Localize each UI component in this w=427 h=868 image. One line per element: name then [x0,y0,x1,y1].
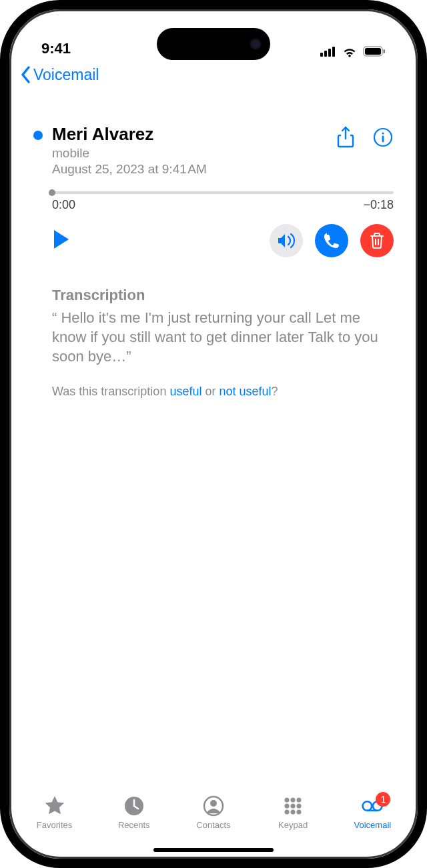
wifi-icon [342,45,358,57]
voicemail-date: August 25, 2023 at 9:41 AM [52,162,335,177]
contact-icon [202,795,225,817]
svg-point-8 [382,132,384,134]
svg-point-22 [363,801,372,811]
feedback-useful-link[interactable]: useful [169,385,201,398]
feedback-not-useful-link[interactable]: not useful [219,385,271,398]
transcription-body: “ Hello it's me I'm just returning your … [52,308,394,366]
tab-recents[interactable]: Recents [104,795,164,830]
share-button[interactable] [335,127,356,148]
dynamic-island [157,28,270,60]
back-button[interactable]: Voicemail [19,65,99,84]
tab-label: Favorites [37,820,72,830]
play-button[interactable] [52,229,71,253]
status-time: 9:41 [41,40,71,57]
transcription-heading: Transcription [52,287,394,304]
tab-voicemail[interactable]: 1 Voicemail [342,795,402,830]
transcription-feedback: Was this transcription useful or not use… [52,385,394,399]
caller-line-label: mobile [52,145,335,162]
svg-point-18 [297,804,302,809]
speaker-button[interactable] [270,224,303,257]
clock-icon [123,795,145,817]
svg-rect-5 [365,48,381,55]
tab-label: Contacts [196,820,230,830]
info-icon [373,127,393,147]
elapsed-time: 0:00 [52,198,75,212]
remaining-time: −0:18 [363,198,394,212]
svg-point-17 [291,804,296,809]
svg-point-21 [297,810,302,815]
svg-point-14 [291,798,296,803]
back-label: Voicemail [33,66,99,84]
svg-point-15 [297,798,302,803]
speaker-icon [277,233,296,249]
svg-point-20 [291,810,296,815]
svg-point-16 [285,804,290,809]
tab-label: Voicemail [354,820,392,830]
svg-point-19 [285,810,290,815]
svg-rect-3 [332,47,335,57]
caller-name: Meri Alvarez [52,124,335,145]
tab-contacts[interactable]: Contacts [183,795,244,830]
svg-rect-9 [382,136,384,143]
svg-rect-6 [384,49,386,53]
tab-keypad[interactable]: Keypad [263,795,323,830]
cellular-icon [320,46,336,57]
battery-icon [363,46,386,57]
star-icon [43,795,66,817]
phone-icon [323,232,340,249]
chevron-left-icon [19,65,33,84]
call-back-button[interactable] [315,224,348,257]
home-indicator[interactable] [153,848,274,852]
trash-icon [370,232,384,249]
voicemail-badge: 1 [376,792,390,807]
svg-point-13 [285,798,290,803]
svg-point-12 [210,800,217,807]
share-icon [336,126,355,149]
play-icon [52,229,71,250]
scrubber-thumb[interactable] [49,189,55,196]
tab-label: Keypad [278,820,308,830]
keypad-icon [282,795,304,817]
unread-indicator [33,131,43,140]
svg-rect-0 [320,53,323,57]
tab-label: Recents [118,820,150,830]
info-button[interactable] [372,127,394,148]
svg-rect-2 [328,49,331,57]
delete-button[interactable] [360,224,394,257]
svg-rect-1 [324,51,327,57]
playback-scrubber[interactable] [52,191,394,194]
tab-favorites[interactable]: Favorites [25,795,85,830]
